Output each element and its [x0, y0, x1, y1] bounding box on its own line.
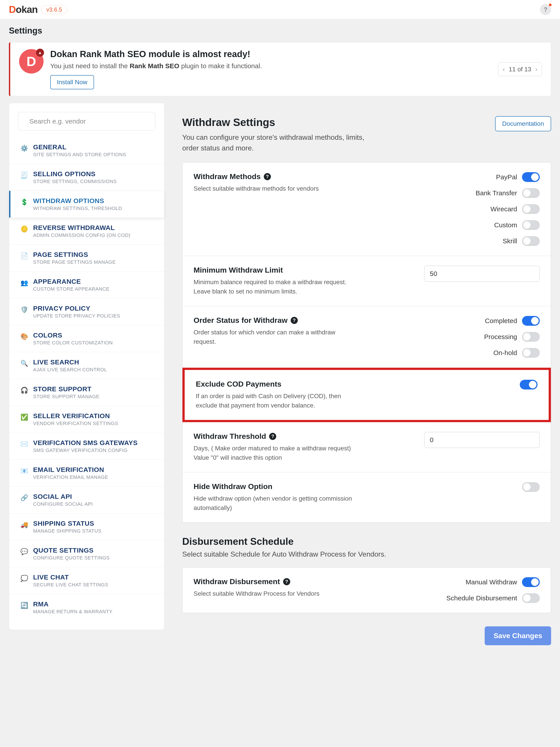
order-status-option: On-hold	[493, 348, 540, 358]
nav-label: QUOTE SETTINGS	[33, 547, 109, 554]
nav-desc: MANAGE RETURN & WARRANTY	[33, 609, 112, 615]
hide-option-title: Hide Withdraw Option	[194, 482, 273, 491]
nav-sellerverif[interactable]: ✅SELLER VERIFICATIONVENDOR VERIFICATION …	[9, 406, 164, 433]
disbursement-toggle[interactable]	[522, 593, 540, 603]
nav-privacy[interactable]: 🛡️PRIVACY POLICYUPDATE STORE PRIVACY POL…	[9, 299, 164, 325]
withdraw-settings-box: Withdraw Methods ? Select suitable withd…	[182, 162, 551, 522]
nav-quote-icon: 💬	[20, 547, 28, 556]
nav-desc: CONFIGURE QUOTE SETTINGS	[33, 555, 109, 561]
nav-colors-icon: 🎨	[20, 332, 28, 340]
nav-support[interactable]: 🎧STORE SUPPORTSTORE SUPPORT MANAGE	[9, 379, 164, 406]
disbursement-row-title: Withdraw Disbursement	[194, 577, 280, 586]
nav-rma-icon: 🔄	[20, 601, 28, 609]
withdraw-method-option: Bank Transfer	[476, 188, 540, 198]
order-status-desc: Order status for which vendor can make a…	[194, 328, 354, 346]
order-status-toggle[interactable]	[522, 348, 540, 358]
nav-label: VERIFICATION SMS GATEWAYS	[33, 439, 137, 446]
exclude-cod-toggle[interactable]	[520, 380, 538, 389]
notice-title: Dokan Rank Math SEO module is almost rea…	[50, 49, 262, 59]
nav-sellerverif-icon: ✅	[20, 413, 28, 421]
order-status-toggle[interactable]	[522, 316, 540, 326]
nav-selling[interactable]: 🧾SELLING OPTIONSSTORE SETTINGS, COMMISSI…	[9, 164, 164, 191]
nav-quote[interactable]: 💬QUOTE SETTINGSCONFIGURE QUOTE SETTINGS	[9, 540, 164, 567]
min-limit-input[interactable]	[424, 266, 540, 282]
notice-card: D Dokan Rank Math SEO module is almost r…	[9, 42, 551, 96]
nav-shipping[interactable]: 🚚SHIPPING STATUSMANAGE SHIPPING STATUS	[9, 514, 164, 540]
order-status-option: Processing	[484, 332, 540, 342]
order-status-title: Order Status for Withdraw	[194, 316, 287, 325]
pager-prev-icon[interactable]: ‹	[503, 66, 505, 73]
disbursement-row: Withdraw Disbursement ? Select suitable …	[182, 567, 551, 613]
disbursement-toggle[interactable]	[522, 577, 540, 587]
nav-social[interactable]: 🔗SOCIAL APICONFIGURE SOCIAL API	[9, 487, 164, 514]
help-icon[interactable]: ?	[264, 173, 271, 180]
nav-reverse-icon: 🪙	[20, 225, 28, 233]
search-input[interactable]	[29, 118, 149, 125]
nav-desc: CUSTOM STORE APPEARANCE	[33, 286, 109, 292]
withdraw-method-toggle[interactable]	[522, 172, 540, 182]
withdraw-method-label: Wirecard	[490, 205, 517, 213]
help-button[interactable]: ?	[540, 4, 551, 15]
order-status-option: Completed	[485, 316, 540, 326]
nav-appearance-icon: 👥	[20, 279, 28, 287]
main-panel: Withdraw Settings You can configure your…	[164, 103, 551, 645]
nav-appearance[interactable]: 👥APPEARANCECUSTOM STORE APPEARANCE	[9, 272, 164, 299]
nav-desc: VERIFICATION EMAIL MANAGE	[33, 474, 108, 480]
order-status-toggle[interactable]	[522, 332, 540, 342]
nav-selling-icon: 🧾	[20, 171, 28, 179]
withdraw-method-label: Custom	[494, 221, 517, 229]
disbursement-option: Manual Withdraw	[465, 577, 540, 587]
disbursement-row-desc: Select suitable Withdraw Process for Ven…	[194, 589, 354, 598]
withdraw-methods-title: Withdraw Methods	[194, 172, 261, 181]
help-icon[interactable]: ?	[269, 433, 276, 440]
nav-reverse[interactable]: 🪙REVERSE WITHDRAWALADMIN COMMISSION CONF…	[9, 218, 164, 244]
nav-label: PRIVACY POLICY	[33, 305, 120, 312]
withdraw-methods-row: Withdraw Methods ? Select suitable withd…	[182, 162, 551, 256]
version-badge: v3.6.5	[41, 5, 67, 14]
threshold-input[interactable]	[424, 432, 540, 448]
withdraw-method-label: Skrill	[503, 237, 517, 245]
section-title: Withdraw Settings	[182, 116, 382, 128]
search-box[interactable]	[18, 112, 155, 130]
withdraw-method-toggle[interactable]	[522, 204, 540, 214]
threshold-row: Withdraw Threshold ? Days, ( Make order …	[182, 422, 551, 472]
nav-page-icon: 📄	[20, 252, 28, 260]
nav-desc: STORE SETTINGS, COMMISSIONS	[33, 179, 117, 184]
nav-rma[interactable]: 🔄RMAMANAGE RETURN & WARRANTY	[9, 594, 164, 621]
nav-livesearch[interactable]: 🔍LIVE SEARCHAJAX LIVE SEARCH CONTROL	[9, 352, 164, 379]
pager-next-icon[interactable]: ›	[535, 66, 537, 73]
nav-label: GENERAL	[33, 143, 126, 151]
disbursement-box: Withdraw Disbursement ? Select suitable …	[182, 567, 551, 613]
nav-withdraw[interactable]: 💲WITHDRAW OPTIONSWITHDRAW SETTINGS, THRE…	[9, 191, 164, 218]
nav-label: EMAIL VERIFICATION	[33, 466, 108, 473]
hide-option-toggle[interactable]	[522, 482, 540, 492]
nav-desc: VENDOR VERIFICATION SETTINGS	[33, 420, 118, 427]
notice-brand-icon: D	[19, 49, 44, 74]
nav-label: SHIPPING STATUS	[33, 520, 101, 527]
threshold-title: Withdraw Threshold	[194, 432, 266, 441]
nav-general[interactable]: ⚙️GENERALSITE SETTINGS AND STORE OPTIONS	[9, 137, 164, 164]
help-icon[interactable]: ?	[283, 578, 290, 585]
help-icon[interactable]: ?	[291, 317, 298, 324]
withdraw-method-toggle[interactable]	[522, 220, 540, 230]
page-title: Settings	[0, 19, 560, 42]
exclude-cod-title: Exclude COD Payments	[196, 380, 281, 388]
nav-emailverif[interactable]: 📧EMAIL VERIFICATIONVERIFICATION EMAIL MA…	[9, 460, 164, 487]
section-desc: You can configure your store's withdrawa…	[182, 132, 382, 153]
withdraw-method-toggle[interactable]	[522, 188, 540, 198]
min-limit-desc: Minimum balance required to make a withd…	[194, 278, 354, 296]
nav-label: REVERSE WITHDRAWAL	[33, 224, 130, 232]
exclude-cod-row: Exclude COD Payments If an order is paid…	[182, 368, 551, 422]
nav-label: APPEARANCE	[33, 278, 109, 285]
order-status-label: On-hold	[493, 349, 517, 357]
nav-livechat[interactable]: 💭LIVE CHATSECURE LIVE CHAT SETTINGS	[9, 567, 164, 594]
nav-desc: MANAGE SHIPPING STATUS	[33, 528, 101, 534]
documentation-button[interactable]: Documentation	[495, 116, 551, 131]
nav-page[interactable]: 📄PAGE SETTINGSSTORE PAGE SETTINGS MANAGE	[9, 244, 164, 272]
nav-sms[interactable]: ✉️VERIFICATION SMS GATEWAYSSMS GATEWAY V…	[9, 433, 164, 460]
nav-colors[interactable]: 🎨COLORSSTORE COLOR CUSTOMIZATION	[9, 325, 164, 352]
install-now-button[interactable]: Install Now	[50, 75, 94, 89]
withdraw-method-toggle[interactable]	[522, 236, 540, 246]
nav-privacy-icon: 🛡️	[20, 306, 28, 313]
save-changes-button[interactable]: Save Changes	[485, 626, 551, 645]
